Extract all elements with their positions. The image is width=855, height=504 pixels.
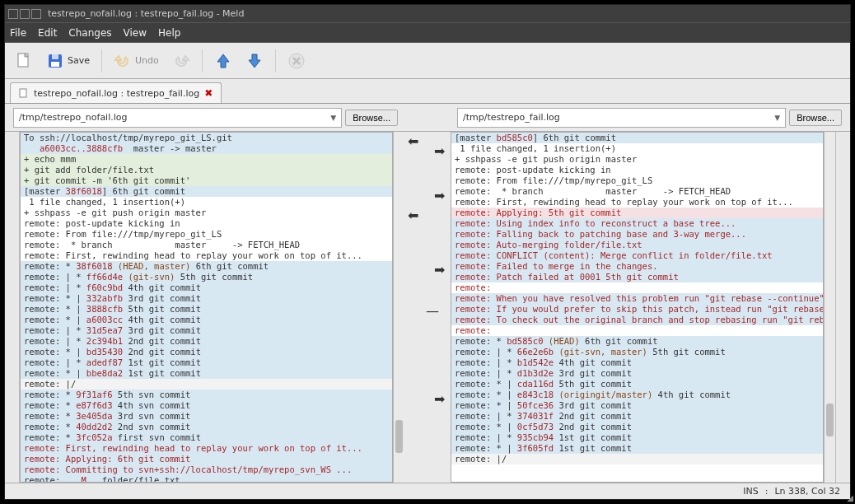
- diff-line[interactable]: remote: post-update kicking in: [21, 218, 392, 229]
- diff-line[interactable]: + git add folder/file.txt: [21, 165, 392, 175]
- tab-close-icon[interactable]: ✖: [204, 87, 213, 99]
- diff-line[interactable]: + git commit -m '6th git commit': [21, 175, 392, 186]
- diff-line[interactable]: + sshpass -e git push origin master: [21, 208, 392, 218]
- left-scrollbar[interactable]: [393, 132, 404, 483]
- diff-line[interactable]: [master bd585c0] 6th git commit: [451, 133, 823, 143]
- diff-line[interactable]: remote: First, rewinding head to replay …: [21, 250, 392, 261]
- diff-line[interactable]: remote: M folder/file.txt: [21, 475, 392, 483]
- diff-line[interactable]: remote: * branch master -> FETCH_HEAD: [451, 186, 823, 197]
- diff-line[interactable]: remote:: [451, 282, 823, 293]
- diff-line[interactable]: remote: * | 50fce36 3rd git commit: [451, 400, 823, 411]
- diff-line[interactable]: remote: * | cda116d 5th git commit: [451, 379, 823, 390]
- right-overview-gutter[interactable]: [835, 132, 850, 483]
- diff-line[interactable]: remote: * | a6003cc 4th git commit: [21, 315, 392, 325]
- diff-line[interactable]: remote: Applying: 6th git commit: [21, 454, 392, 464]
- diff-line[interactable]: remote: * | bd35430 2nd git commit: [21, 347, 392, 357]
- window-minimize-icon[interactable]: [31, 9, 41, 19]
- left-browse-button[interactable]: Browse...: [345, 110, 398, 126]
- redo-button[interactable]: [167, 47, 195, 75]
- push-right-arrow-icon[interactable]: ⬅: [408, 133, 418, 149]
- diff-line[interactable]: remote: First, rewinding head to replay …: [451, 197, 823, 208]
- diff-line[interactable]: remote: * bd585c0 (HEAD) 6th git commit: [451, 336, 823, 347]
- diff-line[interactable]: 1 file changed, 1 insertion(+): [451, 143, 823, 154]
- right-browse-button[interactable]: Browse...: [789, 110, 842, 126]
- left-pane[interactable]: To ssh://localhost/tmp/myrepo_git_LS.git…: [20, 132, 393, 483]
- diff-line[interactable]: remote: * | 3f605fd 1st git commit: [451, 443, 823, 454]
- diff-line[interactable]: remote: Auto-merging folder/file.txt: [451, 240, 823, 250]
- diff-line[interactable]: remote: Patch failed at 0001 5th git com…: [451, 272, 823, 282]
- diff-line[interactable]: remote: | * ff66d4e (git-svn) 5th git co…: [21, 272, 392, 282]
- diff-line[interactable]: remote: | * b1d542e 4th git commit: [451, 357, 823, 368]
- new-button[interactable]: [10, 47, 38, 75]
- push-left-arrow-icon[interactable]: ➡: [434, 262, 445, 278]
- menu-changes[interactable]: Changes: [68, 27, 111, 39]
- diff-line[interactable]: remote: * | 0cf5d73 2nd git commit: [451, 422, 823, 432]
- diff-line[interactable]: remote: | * 374031f 2nd git commit: [451, 411, 823, 422]
- diff-line[interactable]: remote: | * adedf87 1st git commit: [21, 357, 392, 368]
- push-left-arrow-icon[interactable]: ➡: [434, 188, 445, 203]
- diff-line[interactable]: remote: * | e843c18 (origingit/master) 4…: [451, 390, 823, 400]
- left-overview-gutter[interactable]: [5, 132, 20, 483]
- undo-button[interactable]: Undo: [109, 47, 164, 75]
- diff-line[interactable]: remote: From file:///tmp/myrepo_git_LS: [451, 175, 823, 186]
- window-pin-icon[interactable]: [20, 9, 30, 19]
- diff-line[interactable]: a6003cc..3888cfb master -> master: [21, 143, 392, 154]
- diff-line[interactable]: remote: * 40dd2d2 2nd svn commit: [21, 422, 392, 432]
- right-file-combo[interactable]: /tmp/testrepo_fail.log ▼: [457, 108, 786, 128]
- push-left-arrow-icon[interactable]: ➡: [434, 391, 445, 407]
- diff-line[interactable]: remote: * branch master -> FETCH_HEAD: [21, 240, 392, 250]
- diff-line[interactable]: remote: * e87f6d3 4th svn commit: [21, 400, 392, 411]
- diff-line[interactable]: remote: post-update kicking in: [451, 165, 823, 175]
- diff-line[interactable]: [master 38f6018] 6th git commit: [21, 186, 392, 197]
- diff-line[interactable]: remote: Falling back to patching base an…: [451, 229, 823, 240]
- diff-line[interactable]: remote: | * 31d5ea7 3rd git commit: [21, 325, 392, 336]
- diff-line[interactable]: remote: Using index info to reconstruct …: [451, 218, 823, 229]
- diff-line[interactable]: remote: Applying: 5th git commit: [451, 208, 823, 218]
- diff-line[interactable]: remote: * | bbe8da2 1st git commit: [21, 368, 392, 379]
- diff-line[interactable]: remote: To check out the original branch…: [451, 315, 823, 325]
- diff-line[interactable]: remote: * 9f31af6 5th svn commit: [21, 390, 392, 400]
- diff-line[interactable]: remote: If you would prefer to skip this…: [451, 304, 823, 315]
- window-menu-icon[interactable]: [8, 9, 18, 19]
- diff-line[interactable]: remote: |/: [21, 379, 392, 390]
- diff-line[interactable]: remote: From file:///tmp/myrepo_git_LS: [21, 229, 392, 240]
- diff-line[interactable]: remote: First, rewinding head to replay …: [21, 443, 392, 454]
- comparison-tab[interactable]: testrepo_nofail.log : testrepo_fail.log …: [10, 82, 222, 103]
- diff-line[interactable]: remote: * 3e405da 3rd svn commit: [21, 411, 392, 422]
- resize-grip-icon[interactable]: ◢: [847, 493, 853, 502]
- diff-line[interactable]: remote: * 3fc052a first svn commit: [21, 432, 392, 443]
- delete-marker-icon[interactable]: —: [426, 303, 439, 319]
- right-scrollbar[interactable]: [824, 132, 835, 483]
- push-left-arrow-icon[interactable]: ➡: [434, 143, 445, 159]
- diff-line[interactable]: remote: | * d1b3d2e 3rd git commit: [451, 368, 823, 379]
- menu-edit[interactable]: Edit: [38, 27, 57, 39]
- diff-line[interactable]: + echo mmm: [21, 154, 392, 165]
- link-map[interactable]: ⬅ ➡ ➡ ⬅ ➡ — ➡: [404, 132, 451, 483]
- diff-line[interactable]: remote: Failed to merge in the changes.: [451, 261, 823, 272]
- diff-line[interactable]: remote: When you have resolved this prob…: [451, 293, 823, 304]
- delete-button[interactable]: [283, 47, 311, 75]
- diff-line[interactable]: remote: * | 3888cfb 5th git commit: [21, 304, 392, 315]
- diff-line[interactable]: + sshpass -e git push origin master: [451, 154, 823, 165]
- diff-line[interactable]: 1 file changed, 1 insertion(+): [21, 197, 392, 208]
- diff-line[interactable]: remote: | * 2c394b1 2nd git commit: [21, 336, 392, 347]
- diff-line[interactable]: remote: | * 935cb94 1st git commit: [451, 432, 823, 443]
- diff-line[interactable]: remote: * | 332abfb 3rd git commit: [21, 293, 392, 304]
- diff-line[interactable]: remote: | * 66e2e6b (git-svn, master) 5t…: [451, 347, 823, 357]
- right-pane[interactable]: [master bd585c0] 6th git commit 1 file c…: [451, 132, 824, 483]
- diff-line[interactable]: remote:: [451, 325, 823, 336]
- menu-view[interactable]: View: [124, 27, 147, 39]
- save-button[interactable]: Save: [41, 47, 95, 75]
- diff-line[interactable]: remote: |/: [451, 454, 823, 464]
- diff-line[interactable]: remote: CONFLICT (content): Merge confli…: [451, 250, 823, 261]
- menu-file[interactable]: File: [10, 27, 26, 39]
- diff-line[interactable]: remote: * 38f6018 (HEAD, master) 6th git…: [21, 261, 392, 272]
- diff-line[interactable]: remote: | * f60c9bd 4th git commit: [21, 282, 392, 293]
- diff-line[interactable]: remote: Committing to svn+ssh://localhos…: [21, 464, 392, 475]
- left-file-combo[interactable]: /tmp/testrepo_nofail.log ▼: [13, 108, 342, 128]
- prev-diff-button[interactable]: [209, 47, 237, 75]
- menu-help[interactable]: Help: [158, 27, 180, 39]
- push-right-arrow-icon[interactable]: ⬅: [408, 208, 418, 223]
- diff-line[interactable]: To ssh://localhost/tmp/myrepo_git_LS.git: [21, 133, 392, 143]
- next-diff-button[interactable]: [241, 47, 269, 75]
